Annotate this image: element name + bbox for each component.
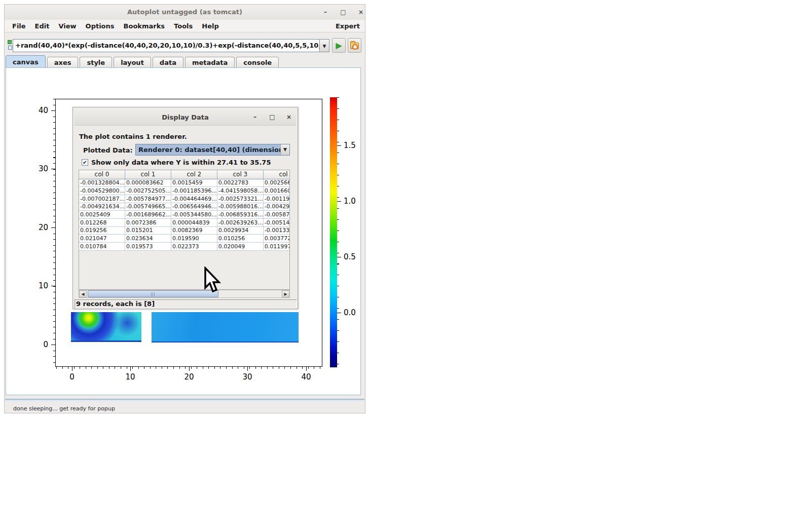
y-tick-label: 0	[25, 340, 48, 349]
table-cell[interactable]: -0.004464469...	[171, 195, 217, 203]
table-cell[interactable]: 0.012268	[79, 218, 125, 226]
tab-layout[interactable]: layout	[114, 57, 151, 67]
maximize-icon[interactable]: □	[339, 8, 347, 16]
table-row[interactable]: 0.0122680.00723860.000044839-0.002639263…	[79, 218, 290, 226]
datasource-select-icon[interactable]	[8, 40, 13, 51]
menu-view[interactable]: View	[54, 22, 81, 30]
table-cell[interactable]: -0.001689662...	[125, 211, 171, 219]
table-row[interactable]: -0.004921634...-0.005749665...-0.0065649…	[79, 203, 290, 211]
table-cell[interactable]: -0.002752505...	[125, 187, 171, 195]
heatmap-segment-left[interactable]	[71, 312, 141, 342]
table-cell[interactable]: 0.010784	[79, 243, 125, 251]
table-cell[interactable]: 0.020049	[217, 243, 263, 251]
table-row[interactable]: -0.001328804...0.0000836620.00154590.002…	[79, 179, 290, 187]
menu-file[interactable]: File	[8, 22, 30, 30]
tab-style[interactable]: style	[80, 57, 112, 67]
scrollbar-thumb[interactable]	[88, 290, 218, 297]
table-cell[interactable]: 0.0025660	[263, 179, 290, 187]
column-header[interactable]: col 4	[263, 170, 290, 179]
dialog-title-bar[interactable]: Display Data – □ ×	[75, 109, 296, 126]
tab-axes[interactable]: axes	[47, 57, 79, 67]
title-bar[interactable]: Autoplot untagged (as tomcat) – □ ×	[5, 5, 365, 20]
table-row[interactable]: -0.007002187...-0.005784977...-0.0044644…	[79, 195, 290, 203]
table-cell[interactable]: 0.0037721	[263, 235, 290, 243]
table-cell[interactable]: 0.0072386	[125, 218, 171, 226]
table-cell[interactable]: 0.021047	[79, 235, 125, 243]
table-cell[interactable]: -0.001199077...	[263, 195, 290, 203]
chevron-down-icon[interactable]: ▼	[280, 144, 289, 155]
table-cell[interactable]: 0.010256	[217, 235, 263, 243]
table-cell[interactable]: -0.005872606...	[263, 211, 290, 219]
table-cell[interactable]: 0.000083662	[125, 179, 171, 187]
table-cell[interactable]: 0.0015459	[171, 179, 217, 187]
table-cell[interactable]: 0.011997	[263, 243, 290, 251]
table-cell[interactable]: 0.0082369	[171, 226, 217, 235]
data-table[interactable]: col 0col 1col 2col 3col 4 -0.001328804..…	[79, 170, 290, 290]
table-cell[interactable]: 0.023634	[125, 235, 171, 243]
column-header[interactable]: col 1	[125, 170, 171, 179]
table-cell[interactable]: -0.004294298...	[263, 203, 290, 211]
dialog-maximize-icon[interactable]: □	[268, 113, 276, 121]
inspect-uri-button[interactable]	[348, 38, 361, 53]
table-cell[interactable]: -0.004529800...	[79, 187, 125, 195]
table-cell[interactable]: 0.000044839	[171, 218, 217, 226]
table-cell[interactable]: -0.006859316...	[217, 211, 263, 219]
menu-tools[interactable]: Tools	[169, 22, 197, 30]
table-row[interactable]: 0.0210470.0236340.0195900.0102560.003772…	[79, 235, 290, 243]
dialog-minimize-icon[interactable]: –	[251, 113, 259, 121]
table-row[interactable]: 0.0025409-0.001689662...-0.005344580...-…	[79, 211, 290, 219]
table-cell[interactable]: -4.041598058...	[217, 187, 263, 195]
heatmap-segment-right[interactable]	[152, 312, 299, 343]
dialog-close-icon[interactable]: ×	[285, 113, 293, 121]
tab-data[interactable]: data	[153, 57, 183, 67]
scroll-right-icon[interactable]: ▶	[282, 290, 289, 297]
table-cell[interactable]: -0.001328804...	[79, 179, 125, 187]
menu-bookmarks[interactable]: Bookmarks	[119, 22, 170, 30]
table-cell[interactable]: -0.004921634...	[79, 203, 125, 211]
records-summary: 9 records, each is [8]	[75, 299, 297, 309]
minimize-icon[interactable]: –	[321, 8, 329, 16]
table-cell[interactable]: 0.015201	[125, 226, 171, 235]
scroll-left-icon[interactable]: ◀	[79, 290, 87, 297]
table-cell[interactable]: -0.005146240...	[263, 218, 290, 226]
table-cell[interactable]: 0.019573	[125, 243, 171, 251]
uri-dropdown-button[interactable]: ▼	[320, 39, 329, 52]
table-cell[interactable]: 0.019256	[79, 226, 125, 235]
table-cell[interactable]: 0.019590	[171, 235, 217, 243]
menu-options[interactable]: Options	[81, 22, 119, 30]
colorbar[interactable]	[330, 97, 337, 367]
table-cell[interactable]: -0.005988016...	[217, 203, 263, 211]
table-cell[interactable]: 0.0025409	[79, 211, 125, 219]
table-cell[interactable]: -0.005749665...	[125, 203, 171, 211]
uri-input[interactable]: +rand(40,40)*(exp(-distance(40,40,20,20,…	[13, 39, 320, 52]
go-button[interactable]: ▶	[332, 38, 346, 53]
tab-canvas[interactable]: canvas	[6, 55, 46, 67]
plotted-data-combo[interactable]: Renderer 0: dataset[40,40] (dimension...…	[135, 144, 290, 156]
table-cell[interactable]: -0.005344580...	[171, 211, 217, 219]
table-cell[interactable]: -0.002573321...	[217, 195, 263, 203]
table-cell[interactable]: 0.0029934	[217, 226, 263, 235]
table-cell[interactable]: -0.001185396...	[171, 187, 217, 195]
table-row[interactable]: -0.004529800...-0.002752505...-0.0011853…	[79, 187, 290, 195]
table-cell[interactable]: -0.001333864...	[263, 226, 290, 235]
table-cell[interactable]: -0.006564946...	[171, 203, 217, 211]
table-cell[interactable]: 0.0022783	[217, 179, 263, 187]
table-row[interactable]: 0.0192560.0152010.00823690.0029934-0.001…	[79, 226, 290, 235]
horizontal-scrollbar[interactable]: ◀ ▶	[79, 290, 290, 298]
table-cell[interactable]: -0.002639263...	[217, 218, 263, 226]
table-cell[interactable]: 0.0016608	[263, 187, 290, 195]
menu-help[interactable]: Help	[197, 22, 223, 30]
filter-checkbox[interactable]: ✔	[82, 159, 88, 166]
tab-metadata[interactable]: metadata	[185, 57, 235, 67]
table-row[interactable]: 0.0107840.0195730.0223730.0200490.011997…	[79, 243, 290, 251]
table-cell[interactable]: -0.007002187...	[79, 195, 125, 203]
tab-console[interactable]: console	[236, 57, 279, 67]
column-header[interactable]: col 3	[217, 170, 263, 179]
column-header[interactable]: col 2	[171, 170, 217, 179]
close-icon[interactable]: ×	[357, 8, 365, 16]
table-cell[interactable]: 0.022373	[171, 243, 217, 251]
table-cell[interactable]: -0.005784977...	[125, 195, 171, 203]
expert-menu[interactable]: Expert	[336, 22, 360, 30]
column-header[interactable]: col 0	[79, 170, 125, 179]
menu-edit[interactable]: Edit	[30, 22, 54, 30]
